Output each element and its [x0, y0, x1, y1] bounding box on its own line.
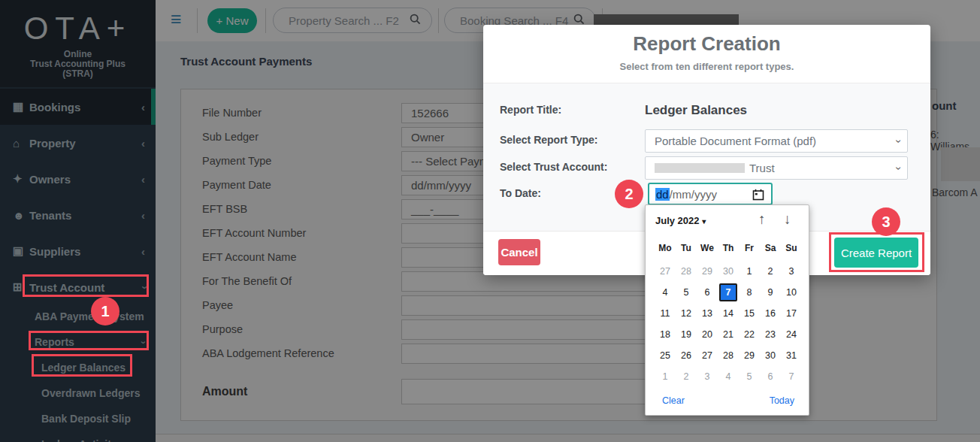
trust-account-value: Trust [749, 162, 775, 174]
calendar-day[interactable]: 6 [760, 366, 781, 387]
calendar-day[interactable]: 19 [676, 324, 697, 345]
calendar-day[interactable]: 2 [760, 261, 781, 282]
calendar-day-headers: MoTuWeThFrSaSu [655, 243, 802, 253]
calendar-day[interactable]: 14 [718, 303, 739, 324]
calendar-day[interactable]: 27 [655, 261, 676, 282]
calendar-day[interactable]: 16 [760, 303, 781, 324]
calendar-day[interactable]: 29 [739, 345, 760, 366]
calendar-day[interactable]: 31 [781, 345, 802, 366]
calendar-day[interactable]: 28 [676, 261, 697, 282]
calendar-icon[interactable] [752, 189, 764, 203]
dropdown-arrow-icon: ▾ [702, 217, 706, 226]
date-day-segment[interactable]: dd [655, 188, 670, 201]
calendar-day[interactable]: 12 [676, 303, 697, 324]
calendar-day[interactable]: 1 [655, 366, 676, 387]
report-type-label: Select Report Type: [500, 134, 597, 146]
calendar-day[interactable]: 7 [719, 283, 737, 301]
annotation-rect-create-report [829, 232, 924, 272]
calendar-day[interactable]: 8 [739, 282, 760, 303]
calendar-day[interactable]: 20 [697, 324, 718, 345]
to-date-label: To Date: [500, 187, 541, 199]
day-header-su: Su [781, 243, 802, 253]
day-header-th: Th [718, 243, 739, 253]
calendar-day[interactable]: 24 [781, 324, 802, 345]
report-type-value: Portable Document Format (pdf) [655, 135, 816, 147]
calendar-day[interactable]: 30 [760, 345, 781, 366]
calendar-day[interactable]: 28 [718, 345, 739, 366]
calendar-day[interactable]: 6 [697, 282, 718, 303]
calendar-day[interactable]: 7 [781, 366, 802, 387]
day-header-tu: Tu [676, 243, 697, 253]
day-header-mo: Mo [655, 243, 676, 253]
calendar-day[interactable]: 9 [760, 282, 781, 303]
calendar-day[interactable]: 21 [718, 324, 739, 345]
calendar-day[interactable]: 11 [655, 303, 676, 324]
calendar-day[interactable]: 23 [760, 324, 781, 345]
annotation-step-1: 1 [91, 297, 119, 325]
calendar-day[interactable]: 3 [697, 366, 718, 387]
calendar-day[interactable]: 17 [781, 303, 802, 324]
calendar-day[interactable]: 5 [676, 282, 697, 303]
modal-title: Report Creation [483, 32, 930, 56]
calendar-day[interactable]: 4 [655, 282, 676, 303]
calendar-day[interactable]: 10 [781, 282, 802, 303]
to-date-input[interactable]: dd /mm/yyyy [648, 183, 773, 205]
calendar-day[interactable]: 30 [718, 261, 739, 282]
chevron-down-icon: ‹ [892, 139, 904, 143]
annotation-rect-ledger-balances [32, 354, 132, 377]
day-header-we: We [697, 243, 718, 253]
calendar-day[interactable]: 26 [676, 345, 697, 366]
date-picker-popup: July 2022 ▾ ↑ ↓ MoTuWeThFrSaSu 272829301… [645, 204, 809, 416]
redacted-box [655, 163, 745, 173]
cancel-button[interactable]: Cancel [498, 239, 540, 265]
trust-account-label: Select Trust Account: [500, 161, 607, 173]
calendar-grid: 2728293012345678910111213141516171819202… [655, 261, 802, 387]
today-link[interactable]: Today [770, 395, 794, 406]
app-window: OTA+ Online Trust Accounting Plus (STRA)… [0, 0, 980, 442]
report-type-select[interactable]: Portable Document Format (pdf) ‹ [645, 129, 908, 153]
calendar-day[interactable]: 15 [739, 303, 760, 324]
annotation-rect-trust-account [23, 274, 149, 297]
next-month-arrow-icon[interactable]: ↓ [784, 211, 791, 228]
calendar-day[interactable]: 5 [739, 366, 760, 387]
day-header-fr: Fr [739, 243, 760, 253]
calendar-day[interactable]: 27 [697, 345, 718, 366]
calendar-day[interactable]: 2 [676, 366, 697, 387]
report-title-value: Ledger Balances [645, 103, 747, 118]
calendar-day[interactable]: 29 [697, 261, 718, 282]
annotation-step-3: 3 [872, 207, 900, 236]
modal-subtitle: Select from ten different report types. [483, 61, 930, 72]
calendar-day[interactable]: 18 [655, 324, 676, 345]
date-rest-segment[interactable]: /mm/yyyy [670, 188, 717, 201]
calendar-day[interactable]: 4 [718, 366, 739, 387]
clear-link[interactable]: Clear [662, 395, 685, 406]
calendar-day[interactable]: 13 [697, 303, 718, 324]
day-header-sa: Sa [760, 243, 781, 253]
report-title-label: Report Title: [500, 104, 561, 116]
annotation-step-2: 2 [615, 180, 643, 208]
calendar-day[interactable]: 25 [655, 345, 676, 366]
previous-month-arrow-icon[interactable]: ↑ [758, 211, 766, 228]
calendar-day[interactable]: 3 [781, 261, 802, 282]
calendar-day[interactable]: 1 [739, 261, 760, 282]
annotation-rect-reports [29, 331, 149, 350]
month-year-dropdown[interactable]: July 2022 ▾ [655, 215, 706, 226]
chevron-down-icon: ‹ [892, 166, 904, 170]
trust-account-select[interactable]: Trust ‹ [645, 156, 908, 180]
calendar-day[interactable]: 22 [739, 324, 760, 345]
